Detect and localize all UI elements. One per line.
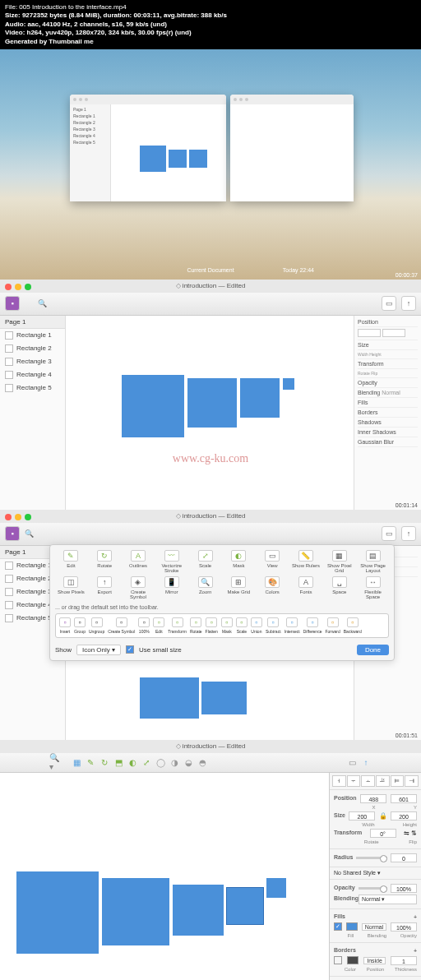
align-middle-icon[interactable]: ⫢	[391, 775, 405, 787]
export-icon[interactable]: ↑	[360, 756, 372, 768]
default-icon-create-symbol[interactable]: ▫Create Symbol	[108, 617, 135, 634]
rotate-icon[interactable]: ↻	[99, 756, 110, 768]
blending-select[interactable]: Normal ▾	[359, 894, 417, 904]
done-button[interactable]: Done	[357, 645, 389, 655]
toolbar-icon-mask[interactable]: ◐Mask	[223, 550, 255, 573]
pos-x-input[interactable]: 488	[360, 794, 386, 803]
default-icon-subtract[interactable]: ▫Subtract	[266, 617, 281, 634]
union-icon[interactable]: ◯	[155, 756, 166, 768]
layer-item[interactable]: Rectangle 2	[0, 342, 65, 355]
rectangle-shape[interactable]	[240, 378, 280, 418]
toolbar-icon-space[interactable]: ␣Space	[323, 576, 355, 599]
insert-button[interactable]: ▪	[5, 526, 20, 541]
layer-item[interactable]: Rectangle 1	[0, 329, 65, 342]
mask-icon[interactable]: ◐	[127, 756, 138, 768]
toolbar-icon-edit[interactable]: ✎Edit	[55, 550, 87, 573]
default-icon-intersect[interactable]: ▫Intersect	[285, 617, 300, 634]
page-header[interactable]: Page 1	[0, 316, 65, 329]
default-icon-transform[interactable]: ▫Transform	[168, 617, 187, 634]
add-border-icon[interactable]: +	[414, 948, 417, 954]
layer-item[interactable]: Rectangle 5	[0, 381, 65, 395]
align-top-icon[interactable]: ⫡	[376, 775, 390, 787]
flatten-icon[interactable]: ⬒	[113, 756, 124, 768]
rectangle-shape[interactable]	[102, 878, 169, 945]
width-input[interactable]: 200	[349, 811, 375, 821]
toolbar-icon-outlines[interactable]: AOutlines	[123, 550, 155, 573]
default-icon-backward[interactable]: ▫Backward	[344, 617, 362, 634]
align-center-icon[interactable]: ⫟	[347, 775, 361, 787]
align-left-icon[interactable]: ⫞	[332, 775, 346, 787]
default-icon-scale[interactable]: ▫Scale	[236, 617, 248, 634]
default-icon-group[interactable]: ▫Group	[74, 617, 86, 634]
default-icon-insert[interactable]: ▫Insert	[59, 617, 71, 634]
layer-item[interactable]: Rectangle 3	[0, 355, 65, 368]
view-button[interactable]: ▭	[382, 296, 396, 311]
canvas[interactable]	[0, 773, 329, 980]
export-button[interactable]: ↑	[401, 526, 416, 541]
toolbar-icon-rotate[interactable]: ↻Rotate	[89, 550, 121, 573]
toolbar-icon-flexible-space[interactable]: ↔Flexible Space	[357, 576, 389, 599]
grid-icon[interactable]: ▦	[71, 756, 82, 768]
export-button[interactable]: ↑	[401, 296, 416, 311]
toolbar-icon-mirror[interactable]: 📱Mirror	[155, 576, 187, 599]
default-toolbar-set[interactable]: ▫Insert▫Group▫Ungroup▫Create Symbol▫100%…	[55, 613, 389, 638]
insert-button[interactable]: ▪	[5, 296, 20, 311]
zoom-icon[interactable]: 🔍	[25, 529, 34, 538]
radius-input[interactable]: 0	[391, 853, 417, 862]
rectangle-shape-selected[interactable]	[227, 888, 263, 924]
rotate-input[interactable]: 0°	[370, 829, 396, 838]
fill-enabled-checkbox[interactable]: ✓	[334, 922, 342, 931]
toolbar-icon-make-grid[interactable]: ⊞Make Grid	[223, 576, 255, 599]
edit-icon[interactable]: ✎	[85, 756, 96, 768]
default-icon-forward[interactable]: ▫Forward	[325, 617, 340, 634]
layer-item[interactable]: Rectangle 4	[0, 368, 65, 381]
rectangle-shape[interactable]	[122, 375, 184, 437]
rectangle-shape[interactable]	[140, 677, 199, 719]
toolbar-icon-zoom[interactable]: 🔍Zoom	[189, 576, 221, 599]
difference-icon[interactable]: ◓	[197, 756, 208, 768]
toolbar-icon-show-page-layout[interactable]: ▤Show Page Layout	[357, 550, 389, 573]
default-icon-ungroup[interactable]: ▫Ungroup	[89, 617, 104, 634]
height-input[interactable]: 200	[391, 811, 417, 821]
default-icon-flatten[interactable]: ▫Flatten	[206, 617, 218, 634]
view-icon[interactable]: ▭	[346, 756, 358, 768]
small-size-checkbox[interactable]: ✓	[126, 645, 134, 654]
fill-color-swatch[interactable]	[346, 922, 358, 931]
subtract-icon[interactable]: ◑	[169, 756, 180, 768]
border-enabled-checkbox[interactable]	[334, 956, 342, 964]
toolbar-icon-vectorize-stroke[interactable]: 〰Vectorize Stroke	[155, 550, 187, 573]
zoom-icon[interactable]: 🔍	[38, 299, 47, 307]
radius-slider[interactable]	[356, 857, 387, 859]
toolbar-icon-show-pixel-grid[interactable]: ▦Show Pixel Grid	[323, 550, 355, 573]
align-right-icon[interactable]: ⫠	[361, 775, 375, 787]
intersect-icon[interactable]: ◒	[183, 756, 194, 768]
scale-icon[interactable]: ⤢	[141, 756, 152, 768]
canvas[interactable]	[66, 316, 354, 510]
default-icon-edit[interactable]: ▫Edit	[153, 617, 164, 634]
shared-style-select[interactable]: No Shared Style	[334, 870, 376, 876]
toolbar-icon-create-symbol[interactable]: ◈Create Symbol	[123, 576, 155, 599]
default-icon-mask[interactable]: ▫Mask	[221, 617, 233, 634]
rectangle-shape[interactable]	[283, 378, 294, 390]
show-select[interactable]: Icon Only ▾	[76, 645, 121, 655]
mission-control-window-2[interactable]	[230, 95, 354, 201]
default-icon-100%[interactable]: ▫100%	[138, 617, 150, 634]
toolbar-icon-scale[interactable]: ⤢Scale	[189, 550, 221, 573]
window-controls[interactable]	[5, 514, 31, 520]
default-icon-difference[interactable]: ▫Difference	[303, 617, 322, 634]
toolbar-icon-show-pixels[interactable]: ◫Show Pixels	[55, 576, 87, 599]
border-color-swatch[interactable]	[347, 956, 359, 964]
view-button[interactable]: ▭	[382, 526, 396, 541]
rectangle-shape[interactable]	[201, 682, 247, 714]
add-fill-icon[interactable]: +	[414, 914, 417, 920]
default-icon-union[interactable]: ▫Union	[251, 617, 262, 634]
opacity-slider[interactable]	[359, 887, 387, 890]
toolbar-icon-show-rulers[interactable]: 📏Show Rulers	[290, 550, 322, 573]
toolbar-icon-colors[interactable]: 🎨Colors	[257, 576, 289, 599]
rectangle-shape[interactable]	[266, 878, 286, 898]
opacity-input[interactable]: 100%	[391, 884, 417, 893]
rectangle-shape[interactable]	[173, 885, 224, 936]
rectangle-shape[interactable]	[16, 871, 99, 954]
zoom-icon[interactable]: 🔍▾	[49, 756, 61, 768]
toolbar-icon-view[interactable]: ▭View	[257, 550, 289, 573]
